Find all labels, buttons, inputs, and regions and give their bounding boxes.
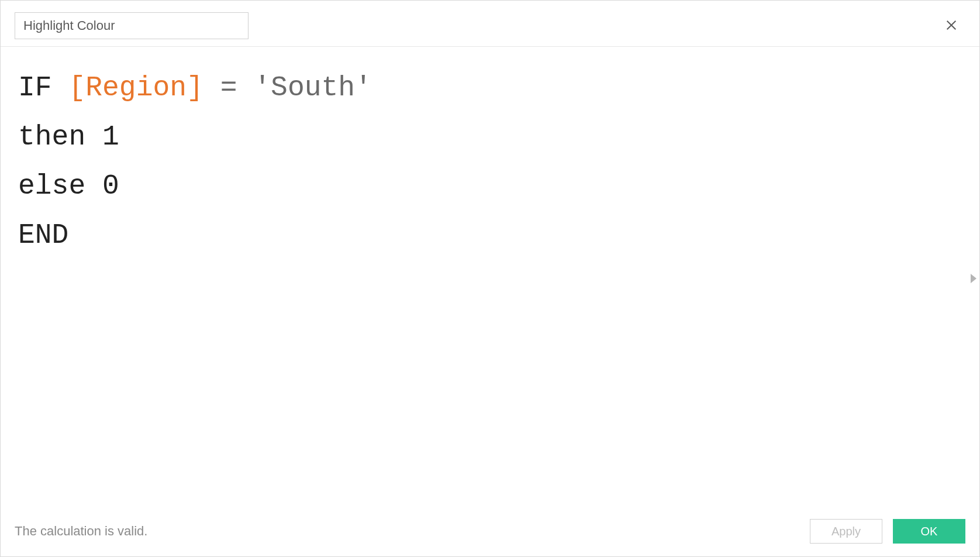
field-name-input[interactable] bbox=[15, 12, 249, 39]
apply-button[interactable]: Apply bbox=[810, 519, 882, 544]
formula-token: [Region] bbox=[68, 72, 203, 104]
formula-line: END bbox=[18, 211, 962, 260]
validation-status: The calculation is valid. bbox=[15, 524, 147, 539]
formula-line: then 1 bbox=[18, 112, 962, 161]
dialog-footer: The calculation is valid. Apply OK bbox=[1, 510, 979, 556]
formula-token: END bbox=[18, 219, 68, 251]
formula-editor[interactable]: IF [Region] = 'South'then 1else 0END bbox=[1, 47, 979, 510]
formula-token: IF bbox=[18, 72, 68, 104]
expand-functions-button[interactable] bbox=[968, 270, 979, 287]
formula-line: IF [Region] = 'South' bbox=[18, 63, 962, 112]
dialog-header bbox=[1, 1, 979, 47]
svg-marker-2 bbox=[971, 274, 976, 283]
ok-button[interactable]: OK bbox=[893, 519, 965, 544]
chevron-right-icon bbox=[971, 274, 976, 283]
formula-token: then 1 bbox=[18, 121, 119, 153]
close-icon bbox=[945, 19, 958, 32]
close-button[interactable] bbox=[941, 15, 962, 36]
formula-token: = bbox=[203, 72, 254, 104]
formula-line: else 0 bbox=[18, 161, 962, 211]
footer-buttons: Apply OK bbox=[810, 519, 965, 544]
formula-token: 'South' bbox=[254, 72, 372, 104]
formula-token: else 0 bbox=[18, 170, 119, 202]
calculated-field-dialog: IF [Region] = 'South'then 1else 0END The… bbox=[0, 0, 980, 557]
